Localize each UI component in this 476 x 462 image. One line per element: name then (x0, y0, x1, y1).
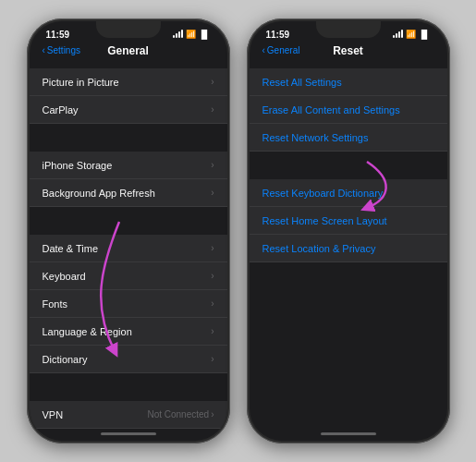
list-item[interactable]: Background App Refresh › (30, 179, 227, 207)
home-indicator-1 (101, 432, 156, 435)
wifi-icon-2: 📶 (406, 30, 416, 39)
reset-all-settings-label: Reset All Settings (262, 77, 342, 88)
nav-title-1: General (107, 44, 149, 57)
phone-2-outer: 11:59 📶 ▐▌ ‹ General (247, 18, 450, 444)
item-label: Keyboard (43, 271, 86, 282)
battery-icon-2: ▐▌ (419, 30, 431, 39)
item-label: Date & Time (43, 243, 99, 254)
reset-homescreen-item[interactable]: Reset Home Screen Layout (250, 207, 447, 235)
reset-location-item[interactable]: Reset Location & Privacy (250, 235, 447, 262)
back-label-1: Settings (47, 45, 80, 55)
back-button-1[interactable]: ‹ Settings (43, 45, 80, 55)
fonts-label: Fonts (43, 298, 68, 310)
reset-group-1: Reset All Settings Erase All Content and… (250, 68, 447, 152)
item-label: Picture in Picture (43, 77, 119, 88)
phone-1: 11:59 📶 ▐▌ ‹ Settings (27, 18, 230, 444)
phone-2: 11:59 📶 ▐▌ ‹ General (247, 18, 450, 444)
list-item[interactable]: Keyboard › (30, 262, 227, 290)
reset-location-label: Reset Location & Privacy (262, 243, 376, 254)
chevron-icon: › (211, 271, 214, 281)
chevron-left-icon-1: ‹ (43, 45, 45, 55)
back-label-2: General (267, 45, 300, 55)
status-icons-2: 📶 ▐▌ (393, 30, 431, 39)
item-label: Dictionary (43, 354, 88, 365)
erase-all-label: Erase All Content and Settings (262, 104, 400, 116)
list-item[interactable]: CarPlay › (30, 96, 227, 124)
nav-title-2: Reset (333, 44, 363, 57)
reset-homescreen-label: Reset Home Screen Layout (262, 215, 387, 226)
status-icons-1: 📶 ▐▌ (173, 30, 211, 39)
item-label: CarPlay (43, 104, 79, 116)
nav-bar-2: ‹ General Reset (250, 42, 447, 61)
chevron-icon: › (211, 160, 214, 170)
phone-2-screen: 11:59 📶 ▐▌ ‹ General (250, 21, 447, 441)
chevron-icon: › (211, 326, 214, 336)
vpn-value: Not Connected › (147, 409, 214, 419)
phone-1-screen: 11:59 📶 ▐▌ ‹ Settings (30, 21, 227, 441)
list-item[interactable]: iPhone Storage › (30, 152, 227, 179)
chevron-icon: › (211, 409, 214, 419)
signal-icon-2 (393, 30, 403, 38)
vpn-item[interactable]: VPN Not Connected › (30, 401, 227, 429)
erase-all-item[interactable]: Erase All Content and Settings (250, 96, 447, 124)
list-item[interactable]: Picture in Picture › (30, 68, 227, 96)
list-item[interactable]: Dictionary › (30, 346, 227, 373)
chevron-icon: › (211, 104, 214, 115)
list-item[interactable]: Language & Region › (30, 318, 227, 346)
list-content-2: Reset All Settings Erase All Content and… (250, 61, 447, 429)
chevron-icon: › (211, 298, 214, 309)
reset-keyboard-label: Reset Keyboard Dictionary (262, 188, 384, 199)
phone-1-outer: 11:59 📶 ▐▌ ‹ Settings (27, 18, 230, 444)
fonts-item[interactable]: Fonts › (30, 290, 227, 318)
list-item[interactable]: Date & Time › (30, 235, 227, 262)
notch-1 (96, 21, 161, 38)
time-1: 11:59 (46, 30, 70, 40)
item-label: Language & Region (43, 326, 132, 337)
home-indicator-2 (321, 432, 376, 435)
group-vpn: VPN Not Connected › (30, 401, 227, 429)
vpn-label: VPN (43, 409, 64, 420)
item-label: iPhone Storage (43, 160, 113, 171)
signal-icon (173, 30, 183, 38)
group-2: iPhone Storage › Background App Refresh … (30, 152, 227, 207)
reset-all-settings-item[interactable]: Reset All Settings (250, 68, 447, 96)
group-1: Picture in Picture › CarPlay › (30, 68, 227, 124)
reset-network-item[interactable]: Reset Network Settings (250, 124, 447, 152)
chevron-icon: › (211, 243, 214, 253)
reset-keyboard-item[interactable]: Reset Keyboard Dictionary (250, 179, 447, 207)
notch-2 (316, 21, 381, 38)
item-label: Background App Refresh (43, 188, 155, 199)
back-button-2[interactable]: ‹ General (262, 45, 300, 55)
time-2: 11:59 (266, 30, 290, 40)
group-3: Date & Time › Keyboard › Fonts › Languag… (30, 235, 227, 373)
not-connected-text: Not Connected (147, 409, 209, 419)
battery-icon: ▐▌ (199, 30, 211, 39)
wifi-icon: 📶 (186, 30, 196, 39)
reset-network-label: Reset Network Settings (262, 132, 369, 143)
chevron-icon: › (211, 77, 214, 87)
chevron-icon: › (211, 354, 214, 364)
list-content-1: Picture in Picture › CarPlay › iPhone St… (30, 61, 227, 429)
chevron-left-icon-2: ‹ (262, 45, 265, 55)
reset-group-2: Reset Keyboard Dictionary Reset Home Scr… (250, 179, 447, 262)
nav-bar-1: ‹ Settings General (30, 42, 227, 61)
chevron-icon: › (211, 188, 214, 198)
